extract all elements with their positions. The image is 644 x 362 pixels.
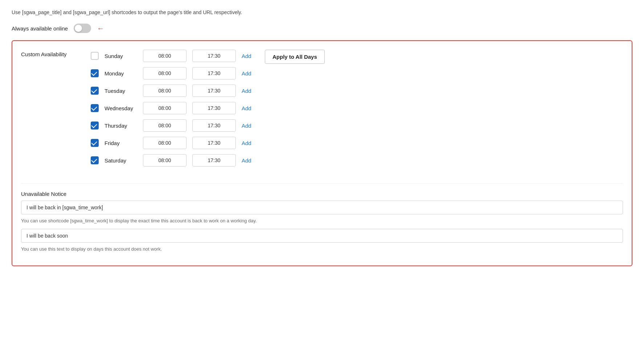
start-time-saturday[interactable] [143,154,186,166]
day-checkbox-tuesday[interactable] [91,87,99,95]
day-row: FridayAdd [91,137,256,149]
day-row: TuesdayAdd [91,85,256,97]
always-available-toggle[interactable] [74,24,91,33]
day-name-thursday: Thursday [104,123,137,129]
day-name-saturday: Saturday [104,157,137,164]
day-checkbox-thursday[interactable] [91,122,99,129]
always-available-row: Always available online ← [12,24,632,33]
day-checkbox-saturday[interactable] [91,156,99,164]
top-description: Use [sgwa_page_title] and [sgwa_page_url… [12,9,632,16]
day-name-sunday: Sunday [104,53,137,59]
unavailable-notice-input-2[interactable] [21,229,623,243]
end-time-thursday[interactable] [192,119,236,132]
day-row: SundayAdd [91,50,256,62]
day-row: MondayAdd [91,67,256,79]
start-time-wednesday[interactable] [143,102,186,114]
add-link-sunday[interactable]: Add [242,53,256,59]
day-row: WednesdayAdd [91,102,256,114]
days-column: SundayAddMondayAddTuesdayAddWednesdayAdd… [91,50,256,172]
day-name-tuesday: Tuesday [104,88,137,94]
add-link-tuesday[interactable]: Add [242,88,256,94]
end-time-wednesday[interactable] [192,102,236,114]
end-time-monday[interactable] [192,67,236,79]
add-link-saturday[interactable]: Add [242,157,256,164]
start-time-monday[interactable] [143,67,186,79]
start-time-tuesday[interactable] [143,85,186,97]
day-checkbox-friday[interactable] [91,139,99,147]
availability-section: Custom Availability SundayAddMondayAddTu… [21,50,623,172]
day-name-friday: Friday [104,140,137,146]
add-link-wednesday[interactable]: Add [242,105,256,111]
day-name-monday: Monday [104,70,137,77]
days-and-button-wrapper: SundayAddMondayAddTuesdayAddWednesdayAdd… [91,50,325,172]
unavailable-notice-input-1[interactable] [21,201,623,214]
end-time-friday[interactable] [192,137,236,149]
end-time-saturday[interactable] [192,154,236,166]
unavailable-notice-helper-2: You can use this text to display on days… [21,246,623,253]
arrow-icon: ← [97,24,104,33]
apply-to-all-days-button[interactable]: Apply to All Days [265,50,325,64]
unavailable-notice-helper-1: You can use shortcode [sgwa_time_work] t… [21,217,623,225]
day-checkbox-monday[interactable] [91,69,99,77]
day-row: ThursdayAdd [91,119,256,132]
start-time-friday[interactable] [143,137,186,149]
day-name-wednesday: Wednesday [104,105,137,111]
always-available-label: Always available online [12,25,68,32]
unavailable-notice-section: Unavailable Notice You can use shortcode… [21,183,623,252]
end-time-sunday[interactable] [192,50,236,62]
start-time-sunday[interactable] [143,50,186,62]
end-time-tuesday[interactable] [192,85,236,97]
day-checkbox-sunday[interactable] [91,52,99,60]
day-row: SaturdayAdd [91,154,256,166]
custom-availability-label: Custom Availability [21,50,79,172]
add-link-friday[interactable]: Add [242,140,256,146]
add-link-monday[interactable]: Add [242,70,256,77]
unavailable-notice-label: Unavailable Notice [21,191,623,197]
custom-availability-container: Custom Availability SundayAddMondayAddTu… [12,40,632,266]
start-time-thursday[interactable] [143,119,186,132]
add-link-thursday[interactable]: Add [242,123,256,129]
day-checkbox-wednesday[interactable] [91,104,99,112]
